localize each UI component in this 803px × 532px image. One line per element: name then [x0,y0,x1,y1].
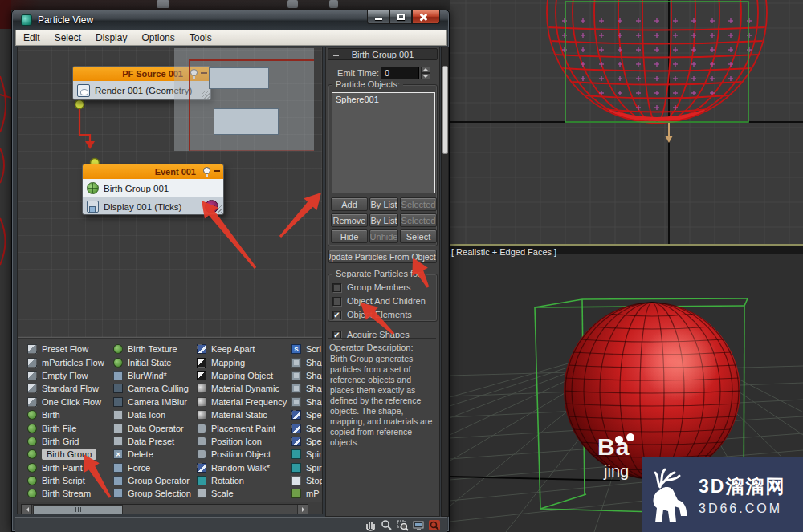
particle-object-item[interactable]: Sphere001 [332,93,434,104]
depot-item[interactable]: Mapping Object [197,369,291,382]
depot-item[interactable]: mParticles Flow [27,355,108,368]
depot-item[interactable]: Standard Flow [27,382,108,395]
depot-item[interactable]: Stop [291,474,323,487]
depot-item[interactable]: Material Static [197,408,291,421]
depot-item[interactable]: Shap [291,355,323,368]
depot-item[interactable]: Group Selection [113,487,195,500]
depot-item[interactable]: Birth Texture [113,343,195,355]
depot-item[interactable]: Birth Paint [27,461,108,474]
depot-item[interactable]: Camera Culling [113,382,195,395]
depot-item[interactable]: Data Preset [113,435,195,448]
spinner-down-icon[interactable] [421,73,430,79]
depot-item[interactable]: Birth [27,408,108,421]
spinner-up-icon[interactable] [421,67,430,73]
checkbox-row-object-and-children[interactable]: Object And Children [332,295,426,307]
zoom-region-icon[interactable] [395,519,409,531]
zoom-icon[interactable] [379,519,393,531]
update-particles-button[interactable]: Update Particles From Objects [328,250,437,263]
select-button[interactable]: Select [400,229,437,243]
viewport-shading-label[interactable]: [ Realistic + Edged Faces ] [451,247,556,257]
menu-item-tools[interactable]: Tools [182,32,219,43]
maximize-button[interactable] [389,10,412,24]
depot-item[interactable]: Placement Paint [197,421,291,434]
event-canvas[interactable]: PF Source 001 Render 001 (Geometry) Even… [17,47,323,514]
scroll-right-arrow-icon[interactable] [297,505,308,514]
event-001-header[interactable]: Event 001 [83,164,223,179]
collapse-icon[interactable] [214,170,220,172]
scrollbar-thumb[interactable] [33,505,123,514]
monitor-icon[interactable] [411,519,425,531]
node-area[interactable]: PF Source 001 Render 001 (Geometry) Even… [18,47,323,337]
by-list-button[interactable]: By List [369,213,398,227]
depot-item[interactable]: BlurWind* [113,369,195,382]
menu-item-display[interactable]: Display [88,32,134,43]
depot-item[interactable]: Empty Flow [27,369,108,382]
by-list-button[interactable]: By List [369,197,398,211]
add-button[interactable]: Add [331,197,368,211]
depot-item[interactable]: Scale [197,487,291,500]
depot-item[interactable]: Data Icon [113,408,195,421]
rollout-collapse-icon[interactable] [333,55,339,56]
scroll-left-arrow-icon[interactable] [22,505,32,514]
panel-vertical-scrollbar[interactable] [441,47,449,517]
depot-item[interactable]: Group Operator [113,474,195,487]
event-001-node[interactable]: Event 001 Birth Group 001 Display 001 (T… [82,164,224,215]
depot-item[interactable]: ✕Delete [113,448,195,461]
depot-item[interactable]: Birth File [27,421,108,434]
menu-item-options[interactable]: Options [134,32,181,43]
emit-time-spinner[interactable] [421,67,430,79]
depot-item[interactable]: Birth Stream [27,487,108,500]
depot-item[interactable]: Material Dynamic [197,382,291,395]
depot-item[interactable]: Initial State [113,355,195,368]
enable-bulb-icon[interactable] [203,167,210,174]
depot-item[interactable]: Position Icon [197,435,291,448]
depot-item[interactable]: Material Frequency [197,396,291,408]
checkbox-row-group-members[interactable]: Group Members [332,282,410,293]
birth-group-operator-row[interactable]: Birth Group 001 [83,179,223,197]
checkbox-row-object-elements[interactable]: ✓Object Elements [332,309,412,320]
pan-icon[interactable] [363,519,377,531]
depot-item[interactable]: Birth Script [27,474,108,487]
depot-item[interactable]: Force [113,461,195,474]
depot-item-label: Empty Flow [42,370,92,381]
depot-item[interactable]: Shap [291,396,323,408]
emit-time-input[interactable]: 0 [381,67,419,79]
remove-button[interactable]: Remove [331,213,368,227]
depot-item[interactable]: Birth Group [27,448,108,461]
depot-item[interactable]: mP [291,487,323,500]
depot-item[interactable]: Spe [291,435,323,448]
menu-item-edit[interactable]: Edit [16,32,47,43]
checkbox-icon[interactable] [332,297,341,306]
minimize-button[interactable] [367,10,389,24]
zoom-extents-icon[interactable] [427,519,441,531]
checkbox-icon[interactable] [332,283,341,292]
rollout-header[interactable]: Birth Group 001 [328,48,438,60]
close-button[interactable] [412,10,440,24]
depot-item[interactable]: Shap [291,369,323,382]
depot-item[interactable]: Mapping [197,355,291,368]
depot-item[interactable]: SScri [291,343,323,355]
depot-item[interactable]: Data Operator [113,421,195,434]
depot-item[interactable]: Shap [291,382,323,395]
depot-item[interactable]: Camera IMBlur [113,396,195,408]
depot-item[interactable]: Position Object [197,448,291,461]
hide-button[interactable]: Hide [331,229,368,243]
depot-item[interactable]: Spe [291,421,323,434]
depot-horizontal-scrollbar[interactable] [21,504,308,514]
panel-scrollbar-thumb[interactable] [442,66,448,154]
depot-item[interactable]: Rotation [197,474,291,487]
depot-item[interactable]: Spe [291,408,323,421]
menu-item-select[interactable]: Select [47,32,88,43]
title-bar[interactable]: Particle View [13,10,448,30]
depot-item[interactable]: Random Walk* [197,461,291,474]
depot-item[interactable]: Keep Apart [197,343,291,355]
particle-objects-list[interactable]: Sphere001 [332,92,435,193]
depot-item[interactable]: Spir [291,448,323,461]
depot-item[interactable]: One Click Flow [27,396,108,408]
depot-item[interactable]: Preset Flow [27,343,108,355]
checkbox-icon[interactable]: ✓ [332,311,341,319]
depot-item[interactable]: Birth Grid [27,435,108,448]
depot-item[interactable]: Spir [291,461,323,474]
display-operator-row[interactable]: Display 001 (Ticks) [83,197,223,215]
display-color-swatch[interactable] [205,200,218,213]
